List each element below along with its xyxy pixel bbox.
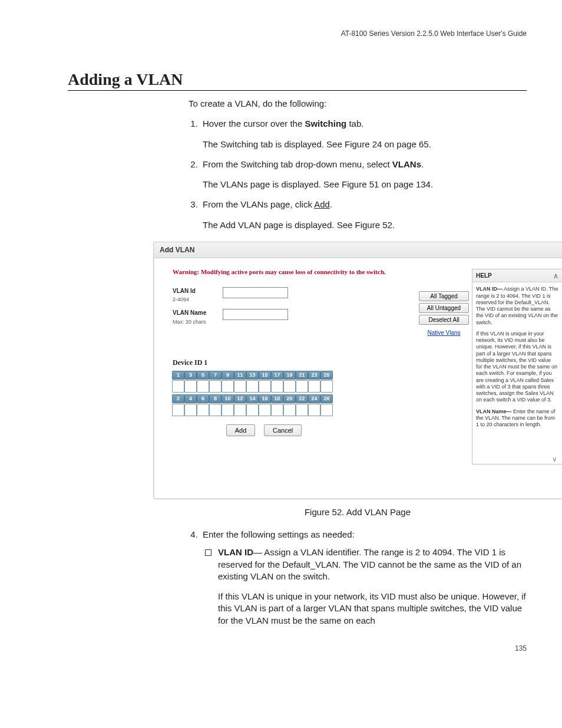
port-24-label: 24 xyxy=(308,394,320,403)
port-10[interactable]: 10 xyxy=(222,394,233,416)
port-15-box[interactable] xyxy=(259,380,271,393)
figure-titlebar: Add VLAN xyxy=(154,242,562,258)
port-24[interactable]: 24 xyxy=(309,394,320,416)
port-21-box[interactable] xyxy=(296,380,308,393)
port-18-box[interactable] xyxy=(271,404,283,416)
help-p1-bold: VLAN ID— xyxy=(476,286,503,292)
step-1-pre: Hover the cursor over the xyxy=(203,118,305,129)
scroll-up-icon[interactable]: ∧ xyxy=(553,273,558,279)
port-6[interactable]: 6 xyxy=(197,394,209,416)
port-8[interactable]: 8 xyxy=(210,394,221,416)
port-12-label: 12 xyxy=(234,394,246,403)
port-14-label: 14 xyxy=(246,394,259,403)
port-14[interactable]: 14 xyxy=(247,394,258,416)
port-9-box[interactable] xyxy=(222,380,234,393)
port-22-box[interactable] xyxy=(296,404,308,416)
port-9-label: 9 xyxy=(222,371,234,380)
vlan-name-label: VLAN Name xyxy=(173,309,223,317)
port-19-box[interactable] xyxy=(283,380,296,393)
port-17[interactable]: 17 xyxy=(272,371,283,393)
port-24-box[interactable] xyxy=(308,404,320,416)
native-vlans-link[interactable]: Native Vlans xyxy=(419,329,469,337)
step-2: From the Switching tab drop-down menu, s… xyxy=(200,159,527,191)
port-19-label: 19 xyxy=(283,371,296,380)
help-p3-bold: VLAN Name— xyxy=(476,409,512,414)
deselect-all-button[interactable]: Deselect All xyxy=(419,315,469,325)
port-22-label: 22 xyxy=(296,394,308,403)
port-15[interactable]: 15 xyxy=(259,371,270,393)
port-23-box[interactable] xyxy=(308,380,320,393)
port-7-box[interactable] xyxy=(209,380,222,393)
port-25-box[interactable] xyxy=(320,380,333,393)
page-title: Adding a VLAN xyxy=(68,70,527,91)
port-7[interactable]: 7 xyxy=(210,371,221,393)
port-10-label: 10 xyxy=(222,394,234,403)
port-2-box[interactable] xyxy=(172,404,184,416)
figure-action-row: Add Cancel xyxy=(173,424,355,436)
port-4[interactable]: 4 xyxy=(185,394,196,416)
port-12-box[interactable] xyxy=(234,404,246,416)
steps-list: Hover the cursor over the Switching tab.… xyxy=(189,118,527,231)
port-25[interactable]: 25 xyxy=(321,371,332,393)
figure-add-vlan: Add VLAN Warning: Modifying active ports… xyxy=(153,242,562,499)
port-3[interactable]: 3 xyxy=(185,371,196,393)
port-16[interactable]: 16 xyxy=(259,394,270,416)
cancel-button[interactable]: Cancel xyxy=(264,424,302,436)
port-18[interactable]: 18 xyxy=(272,394,283,416)
port-6-box[interactable] xyxy=(197,404,209,416)
port-11-box[interactable] xyxy=(234,380,246,393)
port-20-label: 20 xyxy=(283,394,296,403)
step-4-lead: Enter the following settings as needed: xyxy=(203,529,355,539)
port-5[interactable]: 5 xyxy=(197,371,209,393)
step-4-item-bold: VLAN ID xyxy=(218,547,253,557)
port-11[interactable]: 11 xyxy=(234,371,246,393)
port-10-box[interactable] xyxy=(222,404,234,416)
port-5-box[interactable] xyxy=(197,380,209,393)
port-4-box[interactable] xyxy=(184,404,197,416)
step-2-post: . xyxy=(421,159,424,169)
port-21-label: 21 xyxy=(296,371,308,380)
vlan-id-label: VLAN Id xyxy=(173,287,223,295)
vlan-name-input[interactable] xyxy=(223,309,288,320)
all-tagged-button[interactable]: All Tagged xyxy=(419,291,469,301)
port-16-box[interactable] xyxy=(259,404,271,416)
port-16-label: 16 xyxy=(259,394,271,403)
port-13-label: 13 xyxy=(246,371,259,380)
port-8-box[interactable] xyxy=(209,404,222,416)
all-untagged-button[interactable]: All Untagged xyxy=(419,303,469,313)
step-1: Hover the cursor over the Switching tab.… xyxy=(200,118,527,150)
vlan-id-input[interactable] xyxy=(223,287,288,298)
port-6-label: 6 xyxy=(197,394,209,403)
scroll-down-icon[interactable]: ∨ xyxy=(552,456,557,462)
port-1[interactable]: 1 xyxy=(173,371,184,393)
port-11-label: 11 xyxy=(234,371,246,380)
port-23[interactable]: 23 xyxy=(309,371,320,393)
step-2-bold: VLANs xyxy=(392,159,421,169)
port-23-label: 23 xyxy=(308,371,320,380)
port-20-box[interactable] xyxy=(283,404,296,416)
step-3-pre: From the VLANs page, click xyxy=(203,199,314,209)
port-21[interactable]: 21 xyxy=(296,371,308,393)
port-4-label: 4 xyxy=(184,394,197,403)
port-12[interactable]: 12 xyxy=(234,394,246,416)
port-3-box[interactable] xyxy=(184,380,197,393)
side-button-column: All Tagged All Untagged Deselect All Nat… xyxy=(419,291,469,337)
port-17-box[interactable] xyxy=(271,380,283,393)
port-26-box[interactable] xyxy=(320,404,333,416)
port-13-box[interactable] xyxy=(246,380,259,393)
add-button[interactable]: Add xyxy=(226,424,256,436)
help-body: VLAN ID— Assign a VLAN ID. The range is … xyxy=(472,282,562,464)
port-19[interactable]: 19 xyxy=(284,371,295,393)
port-1-box[interactable] xyxy=(172,380,184,393)
port-13[interactable]: 13 xyxy=(247,371,258,393)
vlan-id-hint: 2-4094 xyxy=(173,296,223,303)
port-17-label: 17 xyxy=(271,371,283,380)
port-2[interactable]: 2 xyxy=(173,394,184,416)
step-2-pre: From the Switching tab drop-down menu, s… xyxy=(203,159,392,169)
port-26[interactable]: 26 xyxy=(321,394,332,416)
port-14-box[interactable] xyxy=(246,404,259,416)
port-22[interactable]: 22 xyxy=(296,394,308,416)
port-20[interactable]: 20 xyxy=(284,394,295,416)
port-9[interactable]: 9 xyxy=(222,371,233,393)
port-25-label: 25 xyxy=(320,371,333,380)
